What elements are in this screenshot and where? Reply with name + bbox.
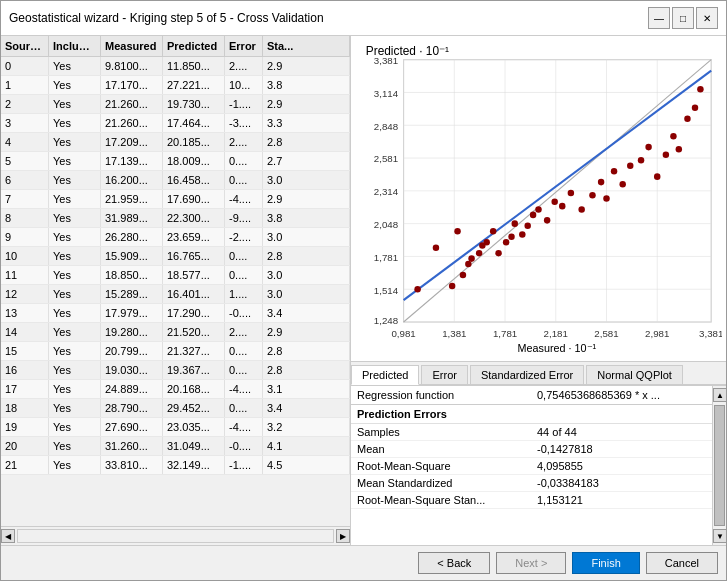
svg-point-55 <box>535 206 541 213</box>
table-cell: 23.035... <box>163 418 225 436</box>
table-cell: 3.8 <box>263 209 350 227</box>
info-row-value: -0,1427818 <box>537 443 706 455</box>
table-cell: 0 <box>1 57 49 75</box>
table-row: 0Yes9.8100...11.850...2....2.9 <box>1 57 350 76</box>
table-cell: 16.200... <box>101 171 163 189</box>
table-cell: 3.0 <box>263 285 350 303</box>
table-cell: 8 <box>1 209 49 227</box>
scatter-chart: Predicted · 10⁻¹ <box>355 40 722 357</box>
table-cell: 31.049... <box>163 437 225 455</box>
table-cell: 15 <box>1 342 49 360</box>
table-cell: 32.149... <box>163 456 225 474</box>
table-row: 13Yes17.979...17.290...-0....3.4 <box>1 304 350 323</box>
svg-text:2,581: 2,581 <box>374 153 398 164</box>
table-cell: 19.030... <box>101 361 163 379</box>
table-cell: -3.... <box>225 114 263 132</box>
tab-predicted[interactable]: Predicted <box>351 365 419 385</box>
table-cell: 10... <box>225 76 263 94</box>
info-row-value: 1,153121 <box>537 494 706 506</box>
table-cell: 27.221... <box>163 76 225 94</box>
table-cell: 22.300... <box>163 209 225 227</box>
table-cell: Yes <box>49 304 101 322</box>
table-body[interactable]: 0Yes9.8100...11.850...2....2.91Yes17.170… <box>1 57 350 526</box>
table-cell: 14 <box>1 323 49 341</box>
tab-error[interactable]: Error <box>421 365 467 385</box>
table-cell: 3.3 <box>263 114 350 132</box>
cancel-button[interactable]: Cancel <box>646 552 718 574</box>
table-cell: 17.464... <box>163 114 225 132</box>
svg-point-41 <box>460 272 466 279</box>
scroll-up-arrow[interactable]: ▲ <box>713 388 726 402</box>
close-button[interactable]: ✕ <box>696 7 718 29</box>
table-cell: 17.209... <box>101 133 163 151</box>
table-cell: 24.889... <box>101 380 163 398</box>
svg-point-75 <box>697 86 703 93</box>
table-cell: Yes <box>49 209 101 227</box>
col-header-included: Included <box>49 36 101 56</box>
back-button[interactable]: < Back <box>418 552 490 574</box>
table-cell: 0.... <box>225 247 263 265</box>
svg-point-38 <box>433 244 439 251</box>
table-row: 17Yes24.889...20.168...-4....3.1 <box>1 380 350 399</box>
col-header-measured: Measured <box>101 36 163 56</box>
table-cell: Yes <box>49 437 101 455</box>
table-row: 4Yes17.209...20.185...2....2.8 <box>1 133 350 152</box>
svg-point-74 <box>692 104 698 111</box>
horizontal-scrollbar[interactable] <box>17 529 334 543</box>
scroll-thumb[interactable] <box>714 405 725 526</box>
table-cell: 15.289... <box>101 285 163 303</box>
svg-text:1,248: 1,248 <box>374 315 398 326</box>
table-cell: 11.850... <box>163 57 225 75</box>
info-row-label: Root-Mean-Square Stan... <box>357 494 537 506</box>
table-cell: 4.5 <box>263 456 350 474</box>
table-cell: 0.... <box>225 266 263 284</box>
svg-point-52 <box>519 231 525 238</box>
table-cell: Yes <box>49 285 101 303</box>
table-cell: 4.1 <box>263 437 350 455</box>
info-row-value: 4,095855 <box>537 460 706 472</box>
table-cell: -2.... <box>225 228 263 246</box>
svg-point-56 <box>544 217 550 224</box>
table-cell: -4.... <box>225 380 263 398</box>
minimize-button[interactable]: — <box>648 7 670 29</box>
scroll-right-arrow[interactable]: ▶ <box>336 529 350 543</box>
table-row: 2Yes21.260...19.730...-1....2.9 <box>1 95 350 114</box>
chart-panel: Predicted · 10⁻¹ <box>351 36 726 545</box>
tab-standardized-error[interactable]: Standardized Error <box>470 365 584 385</box>
table-cell: -0.... <box>225 437 263 455</box>
table-cell: Yes <box>49 95 101 113</box>
finish-button[interactable]: Finish <box>572 552 639 574</box>
bottom-bar: < Back Next > Finish Cancel <box>1 545 726 580</box>
table-cell: 6 <box>1 171 49 189</box>
svg-point-49 <box>503 239 509 246</box>
table-cell: Yes <box>49 171 101 189</box>
table-cell: -0.... <box>225 304 263 322</box>
table-row: 16Yes19.030...19.367...0....2.8 <box>1 361 350 380</box>
table-cell: 19.367... <box>163 361 225 379</box>
main-content: Source ID Included Measured Predicted Er… <box>1 36 726 545</box>
table-cell: -4.... <box>225 190 263 208</box>
table-cell: 0.... <box>225 399 263 417</box>
table-cell: 18.850... <box>101 266 163 284</box>
table-cell: 31.260... <box>101 437 163 455</box>
prediction-errors-label: Prediction Errors <box>357 408 537 420</box>
table-cell: 17.979... <box>101 304 163 322</box>
table-cell: 2.... <box>225 323 263 341</box>
table-cell: 20.799... <box>101 342 163 360</box>
main-window: Geostatistical wizard - Kriging step 5 o… <box>0 0 727 581</box>
scroll-down-arrow[interactable]: ▼ <box>713 529 726 543</box>
table-cell: 15.909... <box>101 247 163 265</box>
scroll-left-arrow[interactable]: ◀ <box>1 529 15 543</box>
table-cell: 3.2 <box>263 418 350 436</box>
table-cell: 2.9 <box>263 323 350 341</box>
table-cell: 20.185... <box>163 133 225 151</box>
table-cell: 3.0 <box>263 266 350 284</box>
tab-normal-qqplot[interactable]: Normal QQPlot <box>586 365 683 385</box>
table-cell: 2.9 <box>263 190 350 208</box>
table-cell: 2.7 <box>263 152 350 170</box>
maximize-button[interactable]: □ <box>672 7 694 29</box>
info-data-row: Mean Standardized-0,03384183 <box>351 475 712 492</box>
regression-value: 0,75465368685369 * x ... <box>537 389 706 401</box>
table-cell: 13 <box>1 304 49 322</box>
next-button[interactable]: Next > <box>496 552 566 574</box>
